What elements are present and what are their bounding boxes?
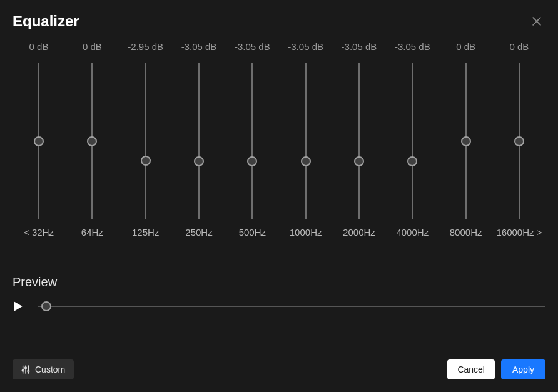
eq-band-slider-thumb[interactable]: [141, 156, 151, 166]
eq-band-slider-thumb[interactable]: [194, 156, 204, 166]
eq-band: -3.05 dB4000Hz: [386, 41, 439, 238]
preset-selector[interactable]: Custom: [13, 359, 74, 379]
eq-band: 0 dB8000Hz: [440, 41, 492, 238]
preview-seek-slider[interactable]: [38, 306, 545, 307]
play-icon: [13, 301, 24, 312]
eq-band-freq-label: 1000Hz: [290, 227, 322, 238]
eq-band: 0 dB64Hz: [66, 41, 118, 238]
preset-label: Custom: [35, 364, 65, 374]
dialog-title: Equalizer: [13, 13, 79, 30]
eq-band: -3.05 dB2000Hz: [333, 41, 385, 238]
eq-band-slider[interactable]: [412, 63, 413, 219]
eq-band: 0 dB< 32Hz: [13, 41, 65, 238]
cancel-button[interactable]: Cancel: [447, 359, 495, 379]
eq-band-slider-thumb[interactable]: [34, 136, 44, 146]
eq-band-db-label: 0 dB: [29, 41, 49, 52]
eq-band-slider[interactable]: [91, 63, 93, 219]
close-button[interactable]: [528, 13, 545, 30]
close-icon: [530, 15, 543, 28]
svg-point-7: [25, 367, 27, 369]
eq-band-freq-label: 250Hz: [185, 227, 212, 238]
eq-band-slider-thumb[interactable]: [407, 156, 417, 166]
eq-band-db-label: -2.95 dB: [128, 41, 163, 52]
eq-band-slider-thumb[interactable]: [461, 136, 471, 146]
eq-band: 0 dB16000Hz >: [493, 41, 545, 238]
apply-button[interactable]: Apply: [501, 359, 545, 379]
dialog-footer: Custom Cancel Apply: [13, 359, 545, 379]
eq-band-slider[interactable]: [465, 63, 467, 219]
eq-band-db-label: -3.05 dB: [342, 41, 377, 52]
eq-band: -2.95 dB125Hz: [119, 41, 172, 238]
preview-section: Preview: [13, 275, 545, 312]
eq-band-slider-thumb[interactable]: [247, 156, 257, 166]
eq-band-freq-label: 125Hz: [132, 227, 159, 238]
eq-band-slider-thumb[interactable]: [354, 156, 364, 166]
preview-controls: [13, 301, 545, 312]
eq-band-db-label: -3.05 dB: [235, 41, 270, 52]
eq-band-db-label: -3.05 dB: [288, 41, 323, 52]
eq-band-freq-label: 16000Hz >: [496, 227, 542, 238]
eq-band-db-label: -3.05 dB: [395, 41, 430, 52]
eq-band-freq-label: 2000Hz: [343, 227, 375, 238]
preview-title: Preview: [13, 275, 545, 289]
eq-band: -3.05 dB1000Hz: [280, 41, 332, 238]
eq-band: -3.05 dB250Hz: [173, 41, 225, 238]
equalizer-dialog: Equalizer 0 dB< 32Hz0 dB64Hz-2.95 dB125H…: [0, 0, 558, 392]
eq-band-freq-label: 500Hz: [239, 227, 266, 238]
eq-band-freq-label: 64Hz: [81, 227, 103, 238]
eq-band-freq-label: 8000Hz: [450, 227, 482, 238]
sliders-icon: [21, 365, 30, 374]
eq-band-freq-label: 4000Hz: [396, 227, 429, 238]
eq-band-slider[interactable]: [519, 63, 520, 219]
eq-band-db-label: 0 dB: [456, 41, 475, 52]
eq-band-slider-thumb[interactable]: [514, 136, 524, 146]
eq-band-db-label: -3.05 dB: [181, 41, 217, 52]
eq-band-slider-thumb[interactable]: [301, 156, 311, 166]
preview-seek-thumb[interactable]: [41, 301, 51, 311]
eq-band-freq-label: < 32Hz: [24, 227, 54, 238]
eq-band-slider[interactable]: [251, 63, 253, 219]
play-button[interactable]: [13, 301, 24, 312]
svg-point-6: [22, 369, 24, 371]
eq-band-slider[interactable]: [305, 63, 307, 219]
eq-band-slider[interactable]: [198, 63, 200, 219]
eq-band-slider-thumb[interactable]: [87, 136, 97, 146]
equalizer-bands: 0 dB< 32Hz0 dB64Hz-2.95 dB125Hz-3.05 dB2…: [13, 41, 545, 238]
eq-band-slider[interactable]: [38, 63, 39, 219]
svg-point-8: [28, 370, 29, 372]
eq-band-slider[interactable]: [145, 63, 146, 219]
svg-marker-2: [14, 301, 23, 311]
eq-band-db-label: 0 dB: [510, 41, 529, 52]
eq-band-db-label: 0 dB: [83, 41, 102, 52]
eq-band-slider[interactable]: [358, 63, 360, 219]
dialog-header: Equalizer: [13, 13, 545, 30]
eq-band: -3.05 dB500Hz: [226, 41, 278, 238]
